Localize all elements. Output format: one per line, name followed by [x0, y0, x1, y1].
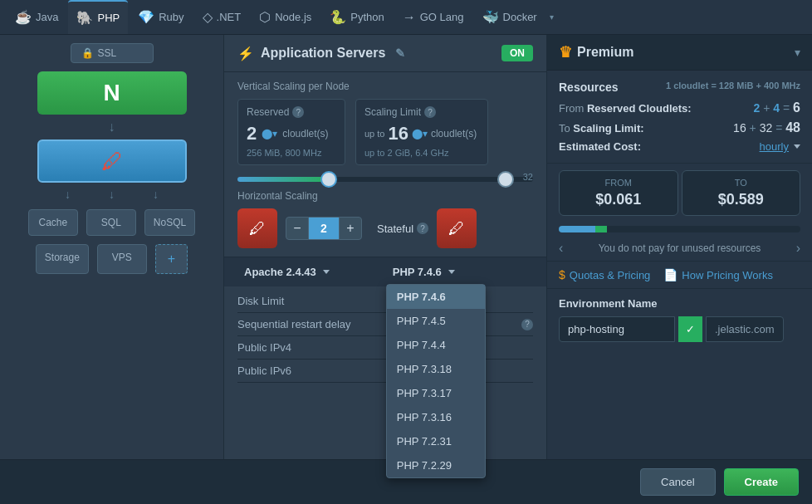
scaling-limit-res-row: To Scaling Limit: 16 + 32 = 48 — [559, 120, 800, 135]
cloudlets-total: 6 — [793, 100, 800, 115]
apache-version-select[interactable]: Apache 2.4.43 — [237, 261, 336, 283]
quotas-pricing-link[interactable]: $ Quotas & Pricing — [559, 268, 650, 281]
create-button[interactable]: Create — [724, 468, 799, 496]
server-thumb-left[interactable]: 🖊 — [237, 208, 277, 248]
more-tabs-chevron[interactable]: ▾ — [547, 12, 556, 22]
php-version-item-0[interactable]: PHP 7.4.6 — [387, 285, 485, 309]
tab-net[interactable]: ◇ .NET — [194, 0, 250, 34]
slider-max-label: 32 — [523, 172, 533, 182]
decrement-button[interactable]: − — [286, 217, 309, 240]
slider-track[interactable] — [237, 177, 533, 182]
php-version-item-5[interactable]: PHP 7.3.16 — [387, 405, 485, 429]
arrow-right: ↓ — [153, 188, 159, 201]
php-version-label: PHP 7.4.6 — [393, 266, 442, 278]
reserved-cloudlets-row: From Reserved Cloudlets: 2 + 4 = 6 — [559, 100, 800, 115]
panel-title-icon: ⚡ — [237, 46, 254, 61]
slider-row: 32 — [224, 174, 546, 185]
php-version-item-2[interactable]: PHP 7.4.4 — [387, 333, 485, 357]
premium-chevron-icon[interactable]: ▾ — [795, 46, 800, 59]
vps-button[interactable]: VPS — [97, 244, 147, 274]
reserved-box: Reserved ? 2 ⬤▾ cloudlet(s) 256 MiB, 800… — [237, 99, 345, 165]
counter-value: 2 — [309, 217, 339, 240]
ipv4-label: Public IPv4 — [237, 341, 291, 354]
scaling-limit-help-icon[interactable]: ? — [424, 106, 436, 118]
increment-button[interactable]: + — [339, 217, 362, 240]
storage-button[interactable]: Storage — [36, 244, 89, 274]
php-version-dropdown: PHP 7.4.6 PHP 7.4.5 PHP 7.4.4 PHP 7.3.18… — [386, 284, 486, 478]
php-version-item-6[interactable]: PHP 7.2.31 — [387, 429, 485, 453]
unused-track — [559, 226, 800, 232]
scaling-limit-value-row: up to 16 ⬤▾ cloudlet(s) — [364, 123, 479, 144]
panel-header: ⚡ Application Servers ✎ ON — [224, 35, 546, 72]
application-servers-title: Application Servers — [261, 46, 385, 61]
tab-golang[interactable]: → GO Lang — [394, 0, 472, 34]
arrow-center: ↓ — [109, 188, 115, 201]
stateful-select[interactable]: Stateful ? — [377, 223, 428, 235]
next-arrow-icon[interactable]: › — [796, 241, 800, 256]
tab-docker[interactable]: 🐳 Docker — [474, 0, 545, 34]
tab-python-label: Python — [350, 11, 384, 23]
tab-java-label: Java — [36, 11, 58, 23]
environment-name-section: Environment Name ✓ .jelastic.com — [547, 289, 812, 350]
php-version-select[interactable]: PHP 7.4.6 — [386, 261, 462, 283]
stateful-help-icon[interactable]: ? — [417, 223, 428, 234]
reserved-arrow[interactable]: ⬤▾ — [262, 128, 277, 139]
cache-button[interactable]: Cache — [28, 209, 78, 236]
scaling-equals: = — [775, 121, 785, 135]
scaling-limit-arrow[interactable]: ⬤▾ — [412, 128, 428, 139]
cost-label: Estimated Cost: — [559, 140, 641, 153]
tab-java[interactable]: ☕ Java — [7, 0, 66, 34]
tab-golang-label: GO Lang — [420, 11, 464, 23]
h-scaling-row: 🖊 − 2 + Stateful ? 🖊 — [237, 208, 533, 248]
tab-nodejs[interactable]: ⬡ Node.js — [251, 0, 320, 34]
on-toggle[interactable]: ON — [501, 45, 533, 61]
vertical-scaling-label: Vertical Scaling per Node — [237, 81, 533, 92]
php-version-item-4[interactable]: PHP 7.3.17 — [387, 381, 485, 405]
tab-docker-label: Docker — [503, 11, 537, 23]
cache-label: Cache — [38, 217, 67, 228]
nginx-server-block[interactable]: N — [37, 71, 187, 115]
right-panel: ♛ Premium ▾ Resources 1 cloudlet = 128 M… — [546, 35, 812, 504]
resources-section: Resources 1 cloudlet = 128 MiB + 400 MHz… — [547, 71, 812, 164]
pricing-doc-icon: 📄 — [663, 268, 677, 281]
edit-icon[interactable]: ✎ — [395, 46, 405, 60]
tab-ruby[interactable]: 💎 Ruby — [130, 0, 192, 34]
add-env-button[interactable]: + — [155, 244, 188, 274]
up-to-label: up to — [364, 129, 384, 139]
reserved-slider-thumb[interactable] — [320, 171, 337, 188]
server-thumb-right[interactable]: 🖊 — [437, 208, 477, 248]
reserved-help-icon[interactable]: ? — [292, 106, 304, 118]
php-server-block[interactable]: 🖊 — [37, 139, 187, 183]
sql-button[interactable]: SQL — [86, 209, 136, 236]
tab-php[interactable]: 🐘 PHP — [68, 0, 128, 34]
php-version-item-1[interactable]: PHP 7.4.5 — [387, 309, 485, 333]
cost-period-select[interactable]: hourly — [760, 140, 800, 153]
env-check-icon: ✓ — [678, 316, 702, 342]
scaling-desc: up to 2 GiB, 6.4 GHz — [364, 148, 479, 158]
sequential-label: Sequential restart delay — [237, 318, 351, 330]
ipv6-label: Public IPv6 — [237, 365, 291, 377]
price-to-label: TO — [689, 178, 794, 188]
ssl-button[interactable]: 🔒 SSL — [71, 43, 154, 63]
php-version-item-7[interactable]: PHP 7.2.29 — [387, 453, 485, 477]
main-layout: 🔒 SSL N ↓ 🖊 ↓ ↓ ↓ Cache SQL NoSQL — [0, 35, 812, 504]
php-version-item-3[interactable]: PHP 7.3.18 — [387, 357, 485, 381]
scaling-total: 48 — [785, 120, 800, 135]
cancel-button[interactable]: Cancel — [640, 468, 715, 496]
nosql-button[interactable]: NoSQL — [144, 209, 195, 236]
env-name-input[interactable] — [559, 316, 675, 342]
python-icon: 🐍 — [330, 9, 346, 25]
vps-label: VPS — [112, 252, 132, 263]
cloudlets-equals: = — [783, 101, 793, 115]
tab-python[interactable]: 🐍 Python — [321, 0, 392, 34]
how-pricing-link[interactable]: 📄 How Pricing Works — [663, 268, 773, 281]
scaling-limit-box: Scaling Limit ? up to 16 ⬤▾ cloudlet(s) … — [355, 99, 488, 165]
reserved-value-row: 2 ⬤▾ cloudlet(s) — [247, 123, 336, 144]
price-from-label: FROM — [566, 178, 671, 188]
scaling-limit-value: 16 — [388, 123, 408, 144]
env-name-label: Environment Name — [559, 297, 800, 310]
panel-title: ⚡ Application Servers ✎ — [237, 46, 405, 61]
add-icon: + — [168, 252, 175, 266]
sequential-help-icon[interactable]: ? — [521, 319, 533, 330]
ssl-label: SSL — [98, 47, 117, 59]
